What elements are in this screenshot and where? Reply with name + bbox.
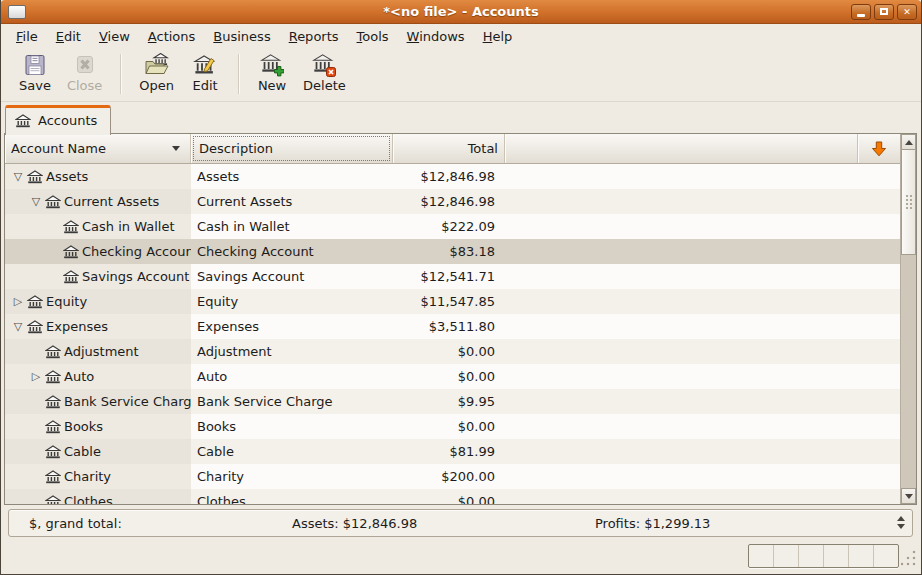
accounts-tree: Account Name Description Total ▽AssetsAs… [4, 133, 917, 505]
arrow-up-icon [905, 140, 913, 145]
spinner-up-icon [897, 516, 905, 521]
progress-bar [748, 544, 899, 568]
maximize-button[interactable] [874, 4, 894, 20]
bank-icon [45, 195, 61, 209]
table-row[interactable]: Bank Service ChargeBank Service Charge$9… [5, 389, 900, 414]
description-cell: Savings Account [191, 264, 393, 289]
scroll-up-button[interactable] [901, 134, 916, 150]
total-cell: $0.00 [393, 339, 505, 364]
menu-windows[interactable]: Windows [398, 26, 474, 47]
expander-open-icon[interactable]: ▽ [27, 195, 45, 208]
row-filler [505, 489, 900, 504]
description-cell: Auto [191, 364, 393, 389]
bank-icon [63, 270, 79, 284]
summary-spinner[interactable] [897, 516, 905, 529]
scroll-down-button[interactable] [901, 488, 916, 504]
account-name: Adjustment [62, 344, 139, 359]
account-name-cell: ▷Equity [5, 289, 191, 314]
save-icon [23, 53, 47, 77]
menu-reports[interactable]: Reports [280, 26, 348, 47]
scrollbar-trough[interactable] [901, 255, 916, 488]
bank-icon [45, 445, 61, 459]
table-row[interactable]: BooksBooks$0.00 [5, 414, 900, 439]
column-options-button[interactable] [857, 134, 900, 163]
table-row[interactable]: ▷EquityEquity$11,547.85 [5, 289, 900, 314]
edit-button[interactable]: Edit [182, 51, 228, 95]
table-row[interactable]: ▽AssetsAssets$12,846.98 [5, 164, 900, 189]
account-name: Clothes [62, 494, 113, 504]
tab-row: Accounts [4, 103, 111, 134]
account-name: Checking Account [80, 244, 191, 259]
table-row[interactable]: ▷AutoAuto$0.00 [5, 364, 900, 389]
account-name-cell: Checking Account [5, 239, 191, 264]
summary-assets: Assets: $12,846.98 [292, 516, 417, 531]
delete-account-button[interactable]: Delete [295, 51, 354, 95]
save-button[interactable]: Save [11, 51, 59, 95]
row-filler [505, 264, 900, 289]
close-button[interactable]: ✕ [897, 4, 917, 20]
menu-actions[interactable]: Actions [139, 26, 205, 47]
expander-open-icon[interactable]: ▽ [9, 170, 27, 183]
table-header: Account Name Description Total [5, 134, 900, 164]
account-name-cell: Savings Account [5, 264, 191, 289]
vertical-scrollbar[interactable] [900, 134, 916, 504]
title-bar[interactable]: *<no file> - Accounts ✕ [0, 0, 922, 24]
menu-file[interactable]: File [7, 26, 47, 47]
menu-bar: FileEditViewActionsBusinessReportsToolsW… [1, 24, 921, 48]
close-icon: ✕ [903, 7, 911, 17]
account-name: Cable [62, 444, 101, 459]
table-row[interactable]: CharityCharity$200.00 [5, 464, 900, 489]
scrollbar-thumb[interactable] [901, 150, 916, 255]
expander-closed-icon[interactable]: ▷ [27, 370, 45, 383]
close-tab-button[interactable]: Close [59, 51, 110, 95]
menu-view[interactable]: View [90, 26, 139, 47]
expander-open-icon[interactable]: ▽ [9, 320, 27, 333]
minimize-button[interactable] [851, 4, 871, 20]
save-button-label: Save [19, 78, 51, 93]
tab-label: Accounts [38, 113, 97, 128]
bank-icon [15, 114, 31, 128]
close-icon [73, 53, 97, 77]
menu-business[interactable]: Business [204, 26, 279, 47]
column-header-account-name[interactable]: Account Name [5, 134, 191, 163]
total-cell: $0.00 [393, 364, 505, 389]
new-account-button[interactable]: New [249, 51, 295, 95]
table-row[interactable]: ▽Current AssetsCurrent Assets$12,846.98 [5, 189, 900, 214]
open-icon [144, 53, 170, 77]
table-row[interactable]: ▽ExpensesExpenses$3,511.80 [5, 314, 900, 339]
table-row[interactable]: AdjustmentAdjustment$0.00 [5, 339, 900, 364]
table-row[interactable]: Savings AccountSavings Account$12,541.71 [5, 264, 900, 289]
tab-accounts[interactable]: Accounts [5, 105, 111, 135]
menu-help[interactable]: Help [474, 26, 522, 47]
edit-button-label: Edit [192, 78, 217, 93]
summary-bar: $, grand total: Assets: $12,846.98 Profi… [8, 509, 913, 537]
table-row[interactable]: CableCable$81.99 [5, 439, 900, 464]
resize-grip[interactable] [901, 549, 917, 567]
description-cell: Cash in Wallet [191, 214, 393, 239]
account-name-cell: Books [5, 414, 191, 439]
column-header-total[interactable]: Total [393, 134, 505, 163]
delete-icon [312, 53, 336, 77]
description-cell: Bank Service Charge [191, 389, 393, 414]
table-row[interactable]: Cash in WalletCash in Wallet$222.09 [5, 214, 900, 239]
bank-icon [45, 370, 61, 384]
column-header-description[interactable]: Description [191, 134, 393, 163]
menu-tools[interactable]: Tools [348, 26, 398, 47]
new-account-button-label: New [258, 78, 286, 93]
account-name-cell: ▽Assets [5, 164, 191, 189]
description-cell: Cable [191, 439, 393, 464]
delete-account-button-label: Delete [303, 78, 346, 93]
row-filler [505, 189, 900, 214]
row-filler [505, 389, 900, 414]
toolbar: Save Close Open Edit New [1, 48, 921, 102]
bank-icon [27, 295, 43, 309]
account-name: Charity [62, 469, 111, 484]
table-row[interactable]: ClothesClothes$0.00 [5, 489, 900, 504]
open-button[interactable]: Open [131, 51, 182, 95]
account-name: Bank Service Charge [62, 394, 191, 409]
account-name: Assets [44, 169, 88, 184]
total-cell: $0.00 [393, 489, 505, 504]
table-row[interactable]: Checking AccountChecking Account$83.18 [5, 239, 900, 264]
menu-edit[interactable]: Edit [47, 26, 90, 47]
expander-closed-icon[interactable]: ▷ [9, 295, 27, 308]
